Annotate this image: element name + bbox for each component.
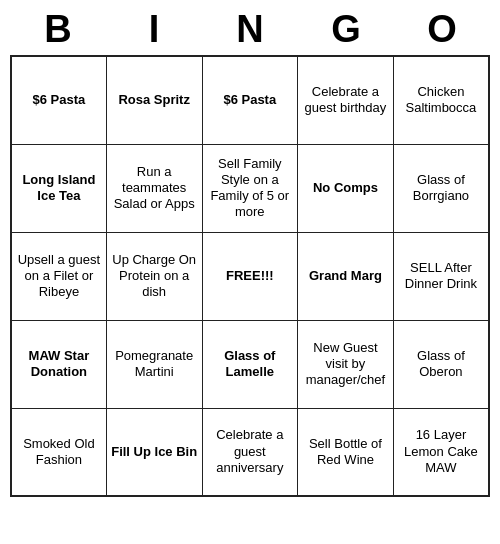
cell-r4-c4: 16 Layer Lemon Cake MAW [393, 408, 489, 496]
title-i: I [124, 8, 184, 51]
bingo-title: B I N G O [10, 0, 490, 55]
cell-r0-c1: Rosa Spritz [106, 56, 202, 144]
cell-r3-c3: New Guest visit by manager/chef [298, 320, 394, 408]
cell-r0-c4: Chicken Saltimbocca [393, 56, 489, 144]
cell-r4-c1: Fill Up Ice Bin [106, 408, 202, 496]
cell-r1-c4: Glass of Borrgiano [393, 144, 489, 232]
bingo-grid: $6 PastaRosa Spritz$6 PastaCelebrate a g… [10, 55, 490, 497]
cell-r2-c1: Up Charge On Protein on a dish [106, 232, 202, 320]
cell-r0-c3: Celebrate a guest birthday [298, 56, 394, 144]
cell-r3-c0: MAW Star Donation [11, 320, 106, 408]
cell-r1-c2: Sell Family Style on a Family of 5 or mo… [202, 144, 298, 232]
cell-r1-c3: No Comps [298, 144, 394, 232]
cell-r2-c0: Upsell a guest on a Filet or Ribeye [11, 232, 106, 320]
cell-r3-c1: Pomegranate Martini [106, 320, 202, 408]
cell-r1-c1: Run a teammates Salad or Apps [106, 144, 202, 232]
cell-r0-c2: $6 Pasta [202, 56, 298, 144]
cell-r3-c2: Glass of Lamelle [202, 320, 298, 408]
cell-r4-c2: Celebrate a guest anniversary [202, 408, 298, 496]
title-n: N [220, 8, 280, 51]
title-o: O [412, 8, 472, 51]
cell-r3-c4: Glass of Oberon [393, 320, 489, 408]
title-b: B [28, 8, 88, 51]
cell-r2-c2: FREE!!! [202, 232, 298, 320]
cell-r4-c3: Sell Bottle of Red Wine [298, 408, 394, 496]
cell-r2-c3: Grand Marg [298, 232, 394, 320]
cell-r1-c0: Long Island Ice Tea [11, 144, 106, 232]
cell-r2-c4: SELL After Dinner Drink [393, 232, 489, 320]
title-g: G [316, 8, 376, 51]
cell-r4-c0: Smoked Old Fashion [11, 408, 106, 496]
cell-r0-c0: $6 Pasta [11, 56, 106, 144]
